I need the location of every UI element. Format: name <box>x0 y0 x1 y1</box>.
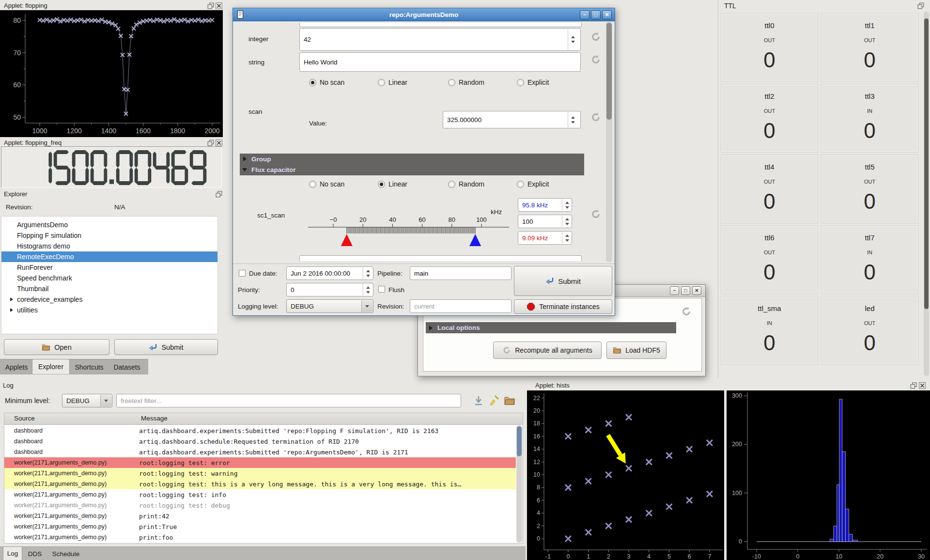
radio-no-scan[interactable] <box>309 79 316 86</box>
refresh-icon[interactable] <box>590 209 601 219</box>
tab-dds[interactable]: DDS <box>24 548 46 560</box>
log-row[interactable]: worker(2171,arguments_demo.py)root:loggi… <box>4 500 516 511</box>
message-column-header[interactable]: Message <box>141 415 168 422</box>
experiment-item[interactable]: RunForever <box>1 262 217 273</box>
due-date-checkbox[interactable] <box>239 270 246 277</box>
min-level-combobox[interactable]: DEBUG <box>62 394 112 407</box>
close-icon[interactable] <box>216 140 222 146</box>
flux-npoints-spinner[interactable] <box>562 216 572 227</box>
window-scrollbar-thumb[interactable] <box>606 23 612 120</box>
ttl-scrollbar[interactable] <box>924 12 929 376</box>
tab-datasets[interactable]: Datasets <box>108 360 145 374</box>
priority-field[interactable] <box>286 283 373 296</box>
experiment-item[interactable]: ArgumentsDemo <box>1 219 217 230</box>
ttl-scrollbar-thumb[interactable] <box>924 18 929 309</box>
due-date-spinner[interactable] <box>363 267 372 279</box>
folder-icon[interactable] <box>504 395 515 406</box>
refresh-icon[interactable] <box>590 54 601 65</box>
log-row[interactable]: dashboardartiq.dashboard.experiments:Sub… <box>4 425 516 436</box>
open-button[interactable]: Open <box>4 339 109 355</box>
flux-capacitor-header[interactable]: Flux capacitor <box>240 164 584 175</box>
integer-field[interactable] <box>299 28 581 51</box>
radio-random[interactable] <box>448 181 455 188</box>
refresh-icon[interactable] <box>681 306 692 317</box>
radio-random[interactable] <box>448 79 455 86</box>
experiment-item[interactable]: Flopping F simulation <box>1 230 217 241</box>
close-icon[interactable] <box>216 2 222 9</box>
ttl-card[interactable]: ttl4OUT0 <box>721 155 818 223</box>
tab-log[interactable]: Log <box>3 546 22 560</box>
tab-shortcuts[interactable]: Shortcuts <box>71 360 108 374</box>
experiment-item[interactable]: Speed benchmark <box>1 273 217 283</box>
slider-max-handle[interactable] <box>469 234 481 246</box>
log-row[interactable]: worker(2171,arguments_demo.py)root:loggi… <box>4 479 516 489</box>
minimize-button[interactable]: – <box>670 286 679 295</box>
log-scrollbar-thumb[interactable] <box>517 426 522 456</box>
minimize-button[interactable]: – <box>580 10 589 19</box>
log-filter-input[interactable] <box>116 394 461 407</box>
maximize-button[interactable]: □ <box>681 286 690 295</box>
close-button[interactable]: ✕ <box>692 286 701 295</box>
ttl-card[interactable]: ttl6OUT0 <box>721 225 818 294</box>
experiment-item[interactable]: Histograms demo <box>1 241 217 251</box>
log-row[interactable]: worker(2171,arguments_demo.py)print:True <box>4 521 516 532</box>
refresh-icon[interactable] <box>590 112 601 123</box>
radio-explicit[interactable] <box>517 79 524 86</box>
radio-linear[interactable] <box>378 181 385 188</box>
log-scrollbar[interactable] <box>516 425 522 543</box>
tree-expand-icon[interactable] <box>10 308 13 312</box>
terminate-instances-button[interactable]: Terminate instances <box>514 299 612 314</box>
source-column-header[interactable]: Source <box>14 415 35 422</box>
integer-spinner[interactable] <box>568 29 577 50</box>
tab-schedule[interactable]: Schedule <box>47 548 84 560</box>
flux-min-spinner[interactable] <box>562 232 572 244</box>
broom-icon[interactable] <box>488 395 500 406</box>
ttl-card[interactable]: ttl3IN0 <box>821 84 918 153</box>
log-row[interactable]: worker(2171,arguments_demo.py)root:loggi… <box>4 457 516 468</box>
float-icon[interactable] <box>910 382 917 389</box>
ttl-card[interactable]: ledOUT0 <box>821 296 918 365</box>
log-row[interactable]: worker(2171,arguments_demo.py)print:42 <box>4 511 516 521</box>
float-icon[interactable] <box>207 140 214 146</box>
float-icon[interactable] <box>216 191 222 198</box>
flux-max-spinner[interactable] <box>562 199 572 211</box>
ttl-card[interactable]: ttl5OUT0 <box>821 155 918 223</box>
tab-explorer[interactable]: Explorer <box>32 359 70 374</box>
pipeline-field[interactable] <box>410 266 512 280</box>
tree-expand-icon[interactable] <box>10 297 13 301</box>
experiment-item[interactable]: Thumbnail <box>1 283 217 294</box>
recompute-arguments-button[interactable]: Recompute all arguments <box>493 342 602 359</box>
load-hdf5-button[interactable]: Load HDF5 <box>606 342 666 359</box>
close-icon[interactable] <box>919 382 926 389</box>
ttl-card[interactable]: ttl0OUT0 <box>721 13 818 82</box>
experiment-item[interactable]: coredevice_examples <box>1 294 217 305</box>
experiment-item[interactable]: RemoteExecDemo <box>1 251 217 262</box>
tab-applets[interactable]: Applets <box>1 360 32 374</box>
local-options-header[interactable]: Local options <box>426 322 676 333</box>
experiment-item[interactable]: utilities <box>1 305 217 315</box>
radio-no-scan[interactable] <box>309 181 316 188</box>
log-row[interactable]: dashboardartiq.dashboard.schedule:Reques… <box>4 436 516 447</box>
window-titlebar[interactable]: repo:ArgumentsDemo – □ ✕ <box>233 8 615 21</box>
scan-value-spinner[interactable] <box>568 112 577 127</box>
window-scrollbar[interactable] <box>606 22 612 262</box>
ttl-card[interactable]: ttl_smaIN0 <box>721 296 818 365</box>
slider-min-handle[interactable] <box>341 234 353 246</box>
log-row[interactable]: worker(2171,arguments_demo.py)root:loggi… <box>4 468 516 479</box>
ttl-card[interactable]: ttl1OUT0 <box>821 13 918 82</box>
refresh-icon[interactable] <box>590 31 601 42</box>
scan-value-field[interactable] <box>443 111 581 128</box>
priority-spinner[interactable] <box>363 284 372 296</box>
logging-level-combobox[interactable]: DEBUG <box>286 299 373 313</box>
float-icon[interactable] <box>207 2 214 9</box>
log-row[interactable]: worker(2171,arguments_demo.py)root:loggi… <box>4 489 516 500</box>
scroll-bottom-icon[interactable] <box>473 395 484 406</box>
log-row[interactable]: worker(2171,arguments_demo.py)print:foo <box>4 532 516 543</box>
ttl-card[interactable]: ttl7IN0 <box>821 225 918 294</box>
revision-field[interactable] <box>410 299 512 313</box>
due-date-field[interactable] <box>286 266 373 280</box>
radio-linear[interactable] <box>378 79 385 86</box>
float-icon[interactable] <box>917 2 924 9</box>
ttl-card[interactable]: ttl2OUT0 <box>721 84 818 153</box>
radio-explicit[interactable] <box>517 181 524 188</box>
